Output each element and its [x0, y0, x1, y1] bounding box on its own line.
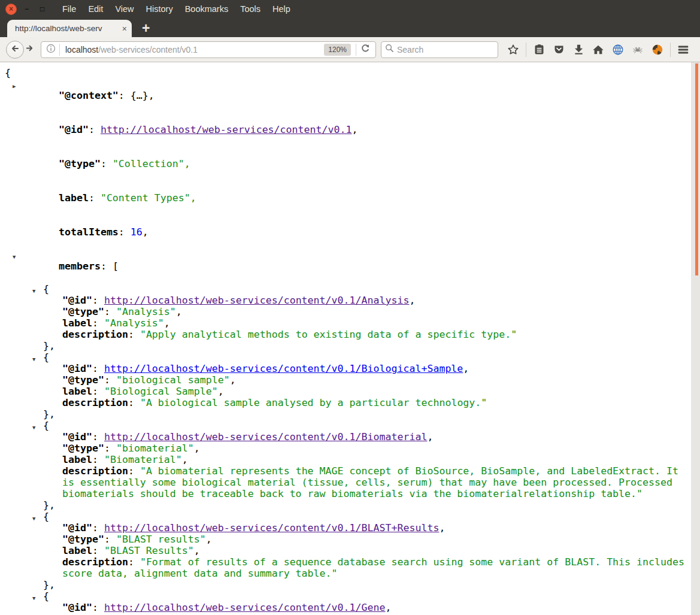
menu-bar-items: FileEditViewHistoryBookmarksToolsHelp: [56, 0, 296, 18]
reload-button[interactable]: [357, 43, 373, 57]
json-viewer: { ▶"@context": {…}, "@id": http://localh…: [0, 62, 700, 615]
json-member-open: ▼{: [0, 511, 689, 522]
json-key: description: [62, 397, 128, 408]
json-member-property: label: "BLAST Results",: [0, 545, 689, 556]
bookmark-star-icon[interactable]: [504, 41, 522, 58]
json-member-property: label: "Biomaterial",: [0, 454, 689, 465]
json-member-property: "@type": "biomaterial",: [0, 443, 689, 454]
tab-close-icon[interactable]: ×: [122, 24, 127, 34]
json-member-property: "@type": "BLAST results",: [0, 534, 689, 545]
close-window-button[interactable]: ×: [5, 4, 17, 15]
menu-item-view[interactable]: View: [109, 0, 140, 18]
json-row-label: label: "Content Types",: [0, 181, 689, 215]
toolbar-icons: [504, 41, 692, 58]
json-string-value: "BLAST results": [116, 534, 206, 545]
json-key: "@id": [62, 522, 92, 534]
menu-item-file[interactable]: File: [56, 0, 82, 18]
json-key: "@type": [62, 443, 104, 454]
globe-extension-icon[interactable]: [609, 41, 627, 58]
menu-item-edit[interactable]: Edit: [82, 0, 109, 18]
forward-arrow-icon: [25, 44, 34, 55]
json-member-property: "@id": http://localhost/web-services/con…: [0, 431, 689, 443]
json-key: label: [62, 386, 92, 397]
json-string-value: "Apply analytical methods to existing da…: [140, 329, 517, 340]
json-row-context: ▶"@context": {…},: [0, 78, 689, 113]
minimize-window-button[interactable]: −: [21, 4, 32, 15]
back-button[interactable]: [6, 41, 24, 59]
site-info-icon[interactable]: [46, 44, 56, 56]
navigation-toolbar: localhost/web-services/content/v0.1 120%: [0, 37, 700, 62]
zoom-level-badge[interactable]: 120%: [324, 44, 351, 56]
hamburger-menu-icon[interactable]: [674, 41, 692, 58]
json-member-property: "@id": http://localhost/web-services/con…: [0, 363, 689, 374]
window-controls: ×−□: [0, 4, 56, 15]
expand-arrow-icon[interactable]: ▶: [13, 81, 16, 92]
json-key: description: [62, 556, 128, 568]
json-string-value: "Format of results of a sequence databas…: [62, 556, 690, 579]
json-string-value: "Analysis": [116, 306, 176, 317]
toolbar-separator: [670, 43, 671, 57]
json-string-value: "biological sample": [116, 374, 230, 386]
json-key: label: [62, 545, 92, 556]
menu-item-tools[interactable]: Tools: [234, 0, 266, 18]
json-row-total-items: totalItems: 16,: [0, 215, 689, 249]
tab-title-fade: [107, 24, 120, 33]
json-key: description: [62, 465, 128, 477]
json-member-close: },: [0, 340, 689, 352]
pocket-icon[interactable]: [550, 41, 568, 58]
json-member-property: "@id": http://localhost/web-services/con…: [0, 295, 689, 306]
json-member-close: },: [0, 579, 689, 590]
json-id-link[interactable]: http://localhost/web-services/content/v0…: [101, 124, 352, 135]
search-bar[interactable]: [381, 41, 498, 58]
json-member-open: ▼{: [0, 420, 689, 431]
json-string-value: "BLAST Results": [104, 545, 194, 556]
browser-tab-active[interactable]: http://localhost/web-serv ×: [7, 20, 132, 37]
back-arrow-icon: [10, 44, 20, 56]
json-member-link[interactable]: http://localhost/web-services/content/v0…: [104, 431, 427, 443]
json-key: description: [62, 329, 128, 340]
json-member-property: description: "Format of results of a seq…: [0, 556, 689, 579]
json-member-link[interactable]: http://localhost/web-services/content/v0…: [104, 522, 439, 534]
json-string-value: "Analysis": [104, 317, 164, 329]
json-member-property: label: "Biological Sample",: [0, 386, 689, 397]
json-key: "@id": [62, 295, 92, 306]
json-member-property: description: "A biological sample analys…: [0, 397, 689, 408]
json-member-property: "@type": "biological sample",: [0, 374, 689, 386]
menu-item-history[interactable]: History: [140, 0, 179, 18]
maximize-window-button[interactable]: □: [37, 4, 48, 15]
json-key: "@id": [62, 363, 92, 374]
collapse-arrow-icon[interactable]: ▼: [13, 252, 16, 263]
json-key: "@type": [62, 374, 104, 386]
json-member-property: description: "Apply analytical methods t…: [0, 329, 689, 340]
json-row-type: "@type": "Collection",: [0, 147, 689, 181]
json-string-value: "Biomaterial": [104, 454, 182, 465]
menu-item-help[interactable]: Help: [266, 0, 296, 18]
scrollbar-track[interactable]: [691, 62, 700, 615]
json-member-property: description: "A biomaterial represents t…: [0, 465, 689, 499]
new-tab-button[interactable]: +: [142, 20, 150, 37]
json-member-close: },: [0, 499, 689, 511]
json-key: label: [62, 317, 92, 329]
search-icon: [385, 44, 394, 55]
page-content: { ▶"@context": {…}, "@id": http://localh…: [0, 62, 700, 615]
json-member-link[interactable]: http://localhost/web-services/content/v0…: [104, 602, 386, 613]
json-row-id: "@id": http://localhost/web-services/con…: [0, 113, 689, 147]
json-string-value: "A biological sample analysed by a parti…: [140, 397, 487, 408]
json-string-value: "biomaterial": [116, 443, 194, 454]
search-input[interactable]: [397, 45, 505, 54]
json-member-link[interactable]: http://localhost/web-services/content/v0…: [104, 295, 410, 306]
menu-item-bookmarks[interactable]: Bookmarks: [179, 0, 235, 18]
home-icon[interactable]: [589, 41, 607, 58]
orange-extension-icon[interactable]: [649, 41, 666, 58]
url-bar[interactable]: localhost/web-services/content/v0.1 120%: [41, 41, 376, 58]
json-string-value: "Biological Sample": [104, 386, 218, 397]
downloads-icon[interactable]: [569, 41, 587, 58]
tab-title: http://localhost/web-serv: [15, 24, 120, 33]
reload-icon: [360, 43, 371, 56]
json-members: ▼{"@id": http://localhost/web-services/c…: [0, 283, 689, 615]
spider-extension-icon[interactable]: [629, 41, 647, 58]
scrollbar-thumb[interactable]: [695, 63, 698, 275]
json-member-link[interactable]: http://localhost/web-services/content/v0…: [104, 363, 463, 374]
url-text: localhost/web-services/content/v0.1: [65, 45, 198, 54]
bookmarks-list-icon[interactable]: [530, 41, 548, 58]
